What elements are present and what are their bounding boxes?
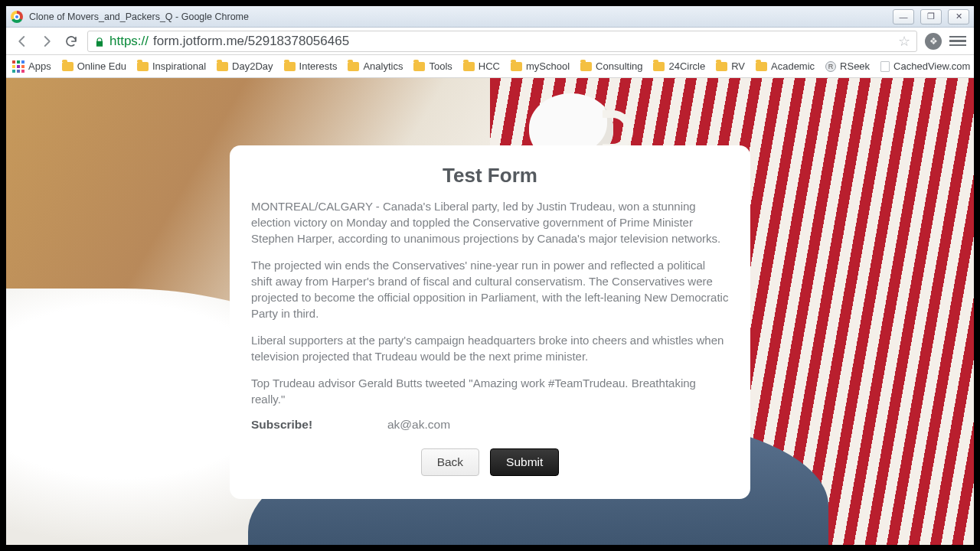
bookmark-folder[interactable]: 24Circle (653, 60, 705, 72)
folder-icon (137, 62, 149, 71)
bookmark-folder[interactable]: Online Edu (62, 60, 126, 72)
folder-icon (716, 62, 727, 71)
form-paragraph: Liberal supporters at the party's campai… (251, 332, 729, 364)
bookmark-folder[interactable]: HCC (463, 60, 500, 72)
bookmark-folder[interactable]: Tools (413, 60, 452, 72)
bookmark-folder[interactable]: Academic (756, 60, 815, 72)
extension-icon[interactable]: ❖ (925, 33, 942, 50)
apps-button[interactable]: Apps (12, 60, 51, 73)
bookmark-rseek[interactable]: RRSeek (825, 60, 870, 72)
subscribe-row: Subscribe! ak@ak.com (251, 418, 729, 432)
chrome-icon (11, 11, 23, 23)
menu-icon[interactable] (949, 33, 966, 50)
form-paragraph: Top Trudeau advisor Gerald Butts tweeted… (251, 375, 729, 407)
bookmark-folder[interactable]: Analytics (348, 60, 403, 72)
window-titlebar: Clone of Movers_and_Packers_Q - Google C… (6, 6, 974, 28)
folder-icon (348, 62, 359, 71)
forward-arrow-icon[interactable] (38, 33, 55, 50)
bookmark-folder[interactable]: RV (716, 60, 745, 72)
page-viewport: Test Form MONTREAL/CALGARY - Canada's Li… (6, 78, 974, 545)
lock-icon (94, 36, 105, 47)
back-arrow-icon[interactable] (14, 33, 31, 50)
folder-icon (756, 62, 767, 71)
subscribe-value: ak@ak.com (387, 418, 450, 432)
bookmark-folder[interactable]: Day2Day (217, 60, 273, 72)
bookmark-folder[interactable]: Inspirational (137, 60, 206, 72)
folder-icon (580, 62, 592, 71)
folder-icon (284, 62, 296, 71)
folder-icon (217, 62, 228, 71)
form-paragraph: MONTREAL/CALGARY - Canada's Liberal part… (251, 198, 729, 246)
window-close-button[interactable]: ✕ (948, 9, 969, 24)
reload-icon[interactable] (63, 33, 80, 50)
apps-label: Apps (28, 60, 51, 72)
form-card: Test Form MONTREAL/CALGARY - Canada's Li… (230, 145, 750, 499)
apps-grid-icon (12, 60, 24, 73)
folder-icon (413, 62, 425, 71)
bookmark-cachedview[interactable]: CachedView.com (880, 60, 970, 72)
address-bar[interactable]: https://form.jotform.me/52918378056465 ☆ (87, 31, 917, 52)
folder-icon (653, 62, 665, 71)
rseek-icon: R (825, 61, 836, 72)
window-maximize-button[interactable]: ❐ (920, 9, 942, 24)
url-path: form.jotform.me/52918378056465 (153, 34, 349, 49)
browser-toolbar: https://form.jotform.me/52918378056465 ☆… (6, 28, 974, 55)
window-minimize-button[interactable]: — (893, 9, 914, 24)
bookmark-folder[interactable]: mySchool (511, 60, 570, 72)
folder-icon (62, 62, 74, 71)
bookmarks-bar: Apps Online Edu Inspirational Day2Day In… (6, 55, 974, 78)
form-paragraph: The projected win ends the Conservatives… (251, 257, 729, 321)
folder-icon (463, 62, 475, 71)
submit-button[interactable]: Submit (490, 448, 559, 476)
form-title: Test Form (251, 164, 729, 187)
bookmark-star-icon[interactable]: ☆ (898, 33, 910, 50)
subscribe-label: Subscribe! (251, 418, 387, 432)
folder-icon (511, 62, 522, 71)
page-icon (880, 61, 890, 72)
back-button[interactable]: Back (421, 448, 479, 476)
bookmark-folder[interactable]: Interests (284, 60, 338, 72)
bookmark-folder[interactable]: Consulting (580, 60, 642, 72)
url-scheme: https:// (109, 34, 149, 49)
window-title: Clone of Movers_and_Packers_Q - Google C… (29, 11, 249, 22)
